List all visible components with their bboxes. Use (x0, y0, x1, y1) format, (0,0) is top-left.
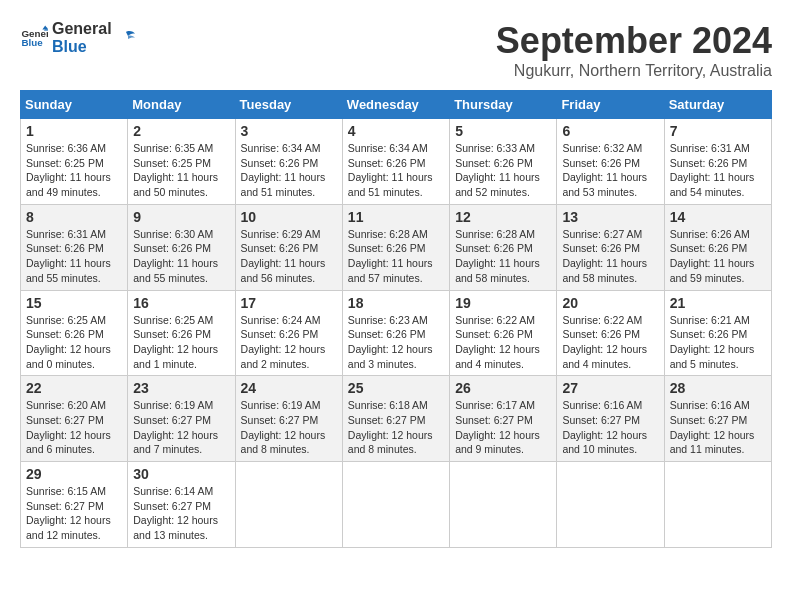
calendar-cell: 3 Sunrise: 6:34 AMSunset: 6:26 PMDayligh… (235, 119, 342, 205)
calendar-week-row: 1 Sunrise: 6:36 AMSunset: 6:25 PMDayligh… (21, 119, 772, 205)
calendar-table: SundayMondayTuesdayWednesdayThursdayFrid… (20, 90, 772, 548)
calendar-cell (235, 462, 342, 548)
day-info: Sunrise: 6:16 AMSunset: 6:27 PMDaylight:… (562, 398, 658, 457)
calendar-week-row: 29 Sunrise: 6:15 AMSunset: 6:27 PMDaylig… (21, 462, 772, 548)
day-info: Sunrise: 6:21 AMSunset: 6:26 PMDaylight:… (670, 313, 766, 372)
weekday-header-monday: Monday (128, 91, 235, 119)
day-info: Sunrise: 6:32 AMSunset: 6:26 PMDaylight:… (562, 141, 658, 200)
weekday-header-wednesday: Wednesday (342, 91, 449, 119)
day-number: 5 (455, 123, 551, 139)
day-number: 17 (241, 295, 337, 311)
calendar-cell: 7 Sunrise: 6:31 AMSunset: 6:26 PMDayligh… (664, 119, 771, 205)
calendar-cell: 25 Sunrise: 6:18 AMSunset: 6:27 PMDaylig… (342, 376, 449, 462)
calendar-cell: 8 Sunrise: 6:31 AMSunset: 6:26 PMDayligh… (21, 204, 128, 290)
day-info: Sunrise: 6:23 AMSunset: 6:26 PMDaylight:… (348, 313, 444, 372)
page-header: General Blue General Blue September 2024… (20, 20, 772, 80)
weekday-header-tuesday: Tuesday (235, 91, 342, 119)
day-number: 20 (562, 295, 658, 311)
weekday-header-sunday: Sunday (21, 91, 128, 119)
day-info: Sunrise: 6:26 AMSunset: 6:26 PMDaylight:… (670, 227, 766, 286)
calendar-cell: 23 Sunrise: 6:19 AMSunset: 6:27 PMDaylig… (128, 376, 235, 462)
calendar-cell: 2 Sunrise: 6:35 AMSunset: 6:25 PMDayligh… (128, 119, 235, 205)
day-info: Sunrise: 6:18 AMSunset: 6:27 PMDaylight:… (348, 398, 444, 457)
location-title: Ngukurr, Northern Territory, Australia (496, 62, 772, 80)
calendar-cell: 26 Sunrise: 6:17 AMSunset: 6:27 PMDaylig… (450, 376, 557, 462)
day-number: 19 (455, 295, 551, 311)
calendar-cell: 14 Sunrise: 6:26 AMSunset: 6:26 PMDaylig… (664, 204, 771, 290)
day-number: 2 (133, 123, 229, 139)
day-info: Sunrise: 6:19 AMSunset: 6:27 PMDaylight:… (241, 398, 337, 457)
day-info: Sunrise: 6:30 AMSunset: 6:26 PMDaylight:… (133, 227, 229, 286)
calendar-cell: 6 Sunrise: 6:32 AMSunset: 6:26 PMDayligh… (557, 119, 664, 205)
weekday-header-saturday: Saturday (664, 91, 771, 119)
calendar-cell (557, 462, 664, 548)
day-number: 25 (348, 380, 444, 396)
day-number: 11 (348, 209, 444, 225)
calendar-cell: 21 Sunrise: 6:21 AMSunset: 6:26 PMDaylig… (664, 290, 771, 376)
day-number: 22 (26, 380, 122, 396)
calendar-cell: 30 Sunrise: 6:14 AMSunset: 6:27 PMDaylig… (128, 462, 235, 548)
day-info: Sunrise: 6:20 AMSunset: 6:27 PMDaylight:… (26, 398, 122, 457)
svg-text:Blue: Blue (21, 37, 43, 48)
calendar-cell: 5 Sunrise: 6:33 AMSunset: 6:26 PMDayligh… (450, 119, 557, 205)
calendar-cell: 11 Sunrise: 6:28 AMSunset: 6:26 PMDaylig… (342, 204, 449, 290)
calendar-cell: 28 Sunrise: 6:16 AMSunset: 6:27 PMDaylig… (664, 376, 771, 462)
calendar-cell: 15 Sunrise: 6:25 AMSunset: 6:26 PMDaylig… (21, 290, 128, 376)
month-title: September 2024 (496, 20, 772, 62)
day-info: Sunrise: 6:35 AMSunset: 6:25 PMDaylight:… (133, 141, 229, 200)
day-number: 15 (26, 295, 122, 311)
day-number: 28 (670, 380, 766, 396)
day-number: 8 (26, 209, 122, 225)
day-number: 4 (348, 123, 444, 139)
day-info: Sunrise: 6:25 AMSunset: 6:26 PMDaylight:… (133, 313, 229, 372)
day-info: Sunrise: 6:34 AMSunset: 6:26 PMDaylight:… (348, 141, 444, 200)
day-number: 24 (241, 380, 337, 396)
calendar-cell: 24 Sunrise: 6:19 AMSunset: 6:27 PMDaylig… (235, 376, 342, 462)
calendar-cell: 29 Sunrise: 6:15 AMSunset: 6:27 PMDaylig… (21, 462, 128, 548)
day-number: 9 (133, 209, 229, 225)
weekday-header-friday: Friday (557, 91, 664, 119)
day-info: Sunrise: 6:17 AMSunset: 6:27 PMDaylight:… (455, 398, 551, 457)
calendar-cell: 20 Sunrise: 6:22 AMSunset: 6:26 PMDaylig… (557, 290, 664, 376)
day-info: Sunrise: 6:19 AMSunset: 6:27 PMDaylight:… (133, 398, 229, 457)
title-area: September 2024 Ngukurr, Northern Territo… (496, 20, 772, 80)
day-number: 21 (670, 295, 766, 311)
calendar-cell: 27 Sunrise: 6:16 AMSunset: 6:27 PMDaylig… (557, 376, 664, 462)
logo: General Blue General Blue (20, 20, 136, 55)
day-info: Sunrise: 6:22 AMSunset: 6:26 PMDaylight:… (455, 313, 551, 372)
day-info: Sunrise: 6:14 AMSunset: 6:27 PMDaylight:… (133, 484, 229, 543)
day-info: Sunrise: 6:24 AMSunset: 6:26 PMDaylight:… (241, 313, 337, 372)
calendar-cell: 9 Sunrise: 6:30 AMSunset: 6:26 PMDayligh… (128, 204, 235, 290)
calendar-cell: 1 Sunrise: 6:36 AMSunset: 6:25 PMDayligh… (21, 119, 128, 205)
calendar-cell (342, 462, 449, 548)
calendar-cell (664, 462, 771, 548)
day-number: 16 (133, 295, 229, 311)
day-number: 27 (562, 380, 658, 396)
day-info: Sunrise: 6:31 AMSunset: 6:26 PMDaylight:… (670, 141, 766, 200)
day-number: 29 (26, 466, 122, 482)
day-number: 10 (241, 209, 337, 225)
day-info: Sunrise: 6:34 AMSunset: 6:26 PMDaylight:… (241, 141, 337, 200)
calendar-week-row: 22 Sunrise: 6:20 AMSunset: 6:27 PMDaylig… (21, 376, 772, 462)
calendar-cell (450, 462, 557, 548)
calendar-cell: 10 Sunrise: 6:29 AMSunset: 6:26 PMDaylig… (235, 204, 342, 290)
day-number: 30 (133, 466, 229, 482)
calendar-cell: 19 Sunrise: 6:22 AMSunset: 6:26 PMDaylig… (450, 290, 557, 376)
day-info: Sunrise: 6:31 AMSunset: 6:26 PMDaylight:… (26, 227, 122, 286)
calendar-cell: 16 Sunrise: 6:25 AMSunset: 6:26 PMDaylig… (128, 290, 235, 376)
day-number: 7 (670, 123, 766, 139)
calendar-cell: 18 Sunrise: 6:23 AMSunset: 6:26 PMDaylig… (342, 290, 449, 376)
logo-icon: General Blue (20, 24, 48, 52)
logo-bird-icon (116, 28, 136, 48)
day-number: 23 (133, 380, 229, 396)
calendar-week-row: 8 Sunrise: 6:31 AMSunset: 6:26 PMDayligh… (21, 204, 772, 290)
logo-line1: General (52, 20, 112, 38)
day-info: Sunrise: 6:33 AMSunset: 6:26 PMDaylight:… (455, 141, 551, 200)
day-number: 1 (26, 123, 122, 139)
calendar-cell: 17 Sunrise: 6:24 AMSunset: 6:26 PMDaylig… (235, 290, 342, 376)
day-info: Sunrise: 6:27 AMSunset: 6:26 PMDaylight:… (562, 227, 658, 286)
day-info: Sunrise: 6:16 AMSunset: 6:27 PMDaylight:… (670, 398, 766, 457)
day-info: Sunrise: 6:22 AMSunset: 6:26 PMDaylight:… (562, 313, 658, 372)
day-info: Sunrise: 6:25 AMSunset: 6:26 PMDaylight:… (26, 313, 122, 372)
day-info: Sunrise: 6:36 AMSunset: 6:25 PMDaylight:… (26, 141, 122, 200)
